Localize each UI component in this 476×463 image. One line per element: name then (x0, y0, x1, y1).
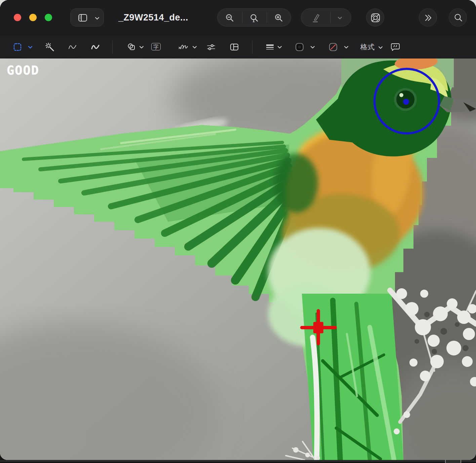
magnifier-icon (454, 13, 463, 22)
line-weight-icon[interactable] (265, 42, 275, 52)
pencil-underline-icon[interactable] (311, 13, 321, 23)
background-window-edge (0, 461, 476, 461)
close-button[interactable] (14, 14, 21, 21)
divider (242, 12, 242, 23)
chevron-down-icon[interactable] (338, 16, 342, 19)
window-title: _Z9W2514_de... (118, 0, 188, 35)
magnifier-minus-icon[interactable] (225, 13, 234, 23)
good-label-annotation[interactable]: GOOD (7, 63, 39, 78)
magnifier-plus-icon[interactable] (274, 13, 283, 23)
sidebar-panel-icon (78, 13, 88, 23)
chevron-down-icon[interactable] (310, 46, 315, 49)
preview-window: _Z9W2514_de... 1 (0, 0, 476, 460)
toolbar-separator (252, 41, 252, 54)
double-chevron-right-icon (424, 13, 433, 22)
selection-dashed-rect-icon[interactable] (13, 42, 22, 52)
text-tool[interactable]: 字 (151, 43, 161, 50)
shapes-icon[interactable] (127, 42, 136, 52)
markup-toolbar: 字 (0, 35, 476, 58)
markup-pen-icon (370, 13, 381, 23)
titlebar: _Z9W2514_de... 1 (0, 0, 476, 35)
sketch-squiggle-icon[interactable] (68, 42, 77, 52)
zoom-window-button[interactable] (45, 14, 52, 21)
actual-size-label[interactable]: 1 (252, 18, 255, 23)
sliders-icon[interactable] (206, 42, 216, 52)
format-menu[interactable]: 格式 (360, 42, 374, 52)
draw-squiggle-icon[interactable] (91, 42, 100, 52)
image-canvas[interactable]: GOOD (0, 58, 476, 460)
more-toolbar-items-button[interactable] (419, 8, 437, 27)
minimize-button[interactable] (29, 14, 37, 21)
chevron-down-icon[interactable] (192, 46, 197, 49)
layout-frame-icon[interactable] (230, 42, 239, 52)
border-color-swatch-icon[interactable] (295, 42, 304, 52)
chevron-down-icon[interactable] (344, 46, 349, 49)
magic-wand-icon[interactable] (45, 42, 54, 52)
edit-mode-group (301, 8, 351, 27)
divider (330, 12, 331, 23)
chevron-down-icon[interactable] (277, 46, 282, 49)
search-button[interactable] (449, 8, 467, 27)
divider (267, 12, 267, 23)
speech-bubble-icon[interactable] (391, 42, 400, 52)
sidebar-toggle-button[interactable] (70, 8, 104, 27)
fill-color-none-icon[interactable] (328, 42, 338, 52)
chevron-down-icon[interactable] (28, 46, 33, 49)
bird-photo-with-mask (0, 58, 476, 460)
eye-dot-annotation[interactable] (403, 99, 409, 105)
chevron-down-icon[interactable] (139, 46, 144, 49)
toolbar-separator (112, 41, 113, 54)
zoom-controls-group: 1 (217, 8, 291, 27)
signature-icon[interactable] (178, 42, 192, 52)
markup-toolbar-button[interactable] (366, 8, 384, 27)
chevron-down-icon (95, 17, 100, 20)
chevron-down-icon[interactable] (378, 46, 383, 49)
